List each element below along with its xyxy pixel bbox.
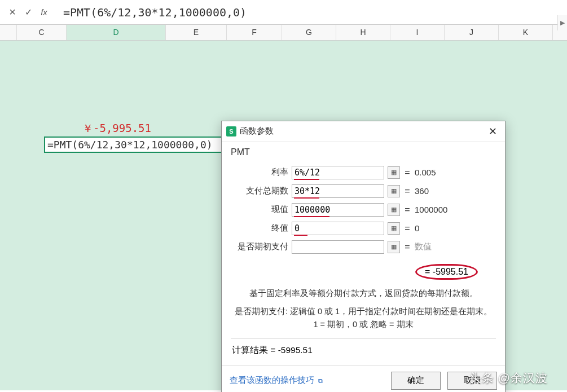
cancel-icon[interactable]: × [6, 6, 19, 19]
argument-row: 是否期初支付▦=数值 [234, 237, 496, 256]
ok-button[interactable]: 确定 [391, 372, 441, 390]
argument-label: 终值 [234, 223, 288, 234]
dialog-footer: 查看该函数的操作技巧 ⧉ 确定 取消 [222, 365, 505, 392]
argument-input[interactable] [292, 166, 384, 179]
equals-sign: = [403, 168, 411, 178]
argument-row: 利率▦=0.005 [234, 163, 496, 182]
argument-input[interactable] [292, 240, 384, 254]
spreadsheet-grid[interactable]: ￥-5,995.51 =PMT(6%/12,30*12,1000000,0) S… [0, 41, 567, 390]
argument-input[interactable] [292, 184, 384, 198]
argument-evaluated: 数值 [415, 241, 432, 252]
scroll-right-icon[interactable]: ▶ [557, 15, 567, 30]
cell-editing[interactable]: =PMT(6%/12,30*12,1000000,0) [44, 136, 225, 153]
column-header[interactable]: C [17, 25, 67, 40]
accept-icon[interactable]: ✓ [21, 7, 35, 17]
argument-label: 现值 [234, 204, 288, 215]
column-header[interactable]: F [227, 25, 282, 40]
column-header[interactable]: K [499, 25, 553, 40]
calc-value: -5995.51 [278, 345, 313, 355]
function-arguments-dialog: S 函数参数 ✕ PMT 利率▦=0.005支付总期数▦=360现值▦=1000… [221, 121, 506, 392]
external-icon: ⧉ [318, 377, 323, 384]
range-selector-icon[interactable]: ▦ [388, 241, 400, 253]
help-text: 查看该函数的操作技巧 [230, 376, 314, 385]
function-name: PMT [231, 147, 496, 157]
calc-label: 计算结果 = [232, 345, 275, 355]
function-description: 基于固定利率及等额分期付款方式，返回贷款的每期付款额。 [231, 283, 496, 305]
argument-row: 支付总期数▦=360 [234, 182, 496, 200]
argument-evaluated: 0.005 [415, 168, 436, 177]
column-header[interactable]: G [282, 25, 336, 40]
app-logo-icon: S [226, 126, 236, 136]
formula-bar: × ✓ fx [0, 0, 567, 25]
close-icon[interactable]: ✕ [485, 125, 500, 138]
fx-icon[interactable]: fx [37, 7, 51, 17]
column-header[interactable]: I [390, 25, 445, 40]
equals-sign: = [403, 242, 411, 252]
argument-row: 终值▦=0 [234, 219, 496, 237]
range-selector-icon[interactable]: ▦ [388, 166, 400, 179]
preview-value: = -5995.51 [415, 264, 478, 280]
column-header-selected[interactable]: D [67, 25, 166, 40]
equals-sign: = [403, 186, 411, 196]
argument-label: 是否期初支付 [234, 241, 288, 252]
dialog-title: 函数参数 [240, 126, 485, 136]
argument-description: 是否期初支付: 逻辑值 0 或 1，用于指定付款时间在期初还是在期末。1 = 期… [231, 305, 496, 338]
column-headers: C D E F G H I J K [0, 25, 567, 41]
range-selector-icon[interactable]: ▦ [388, 204, 400, 216]
argument-evaluated: 0 [415, 223, 419, 233]
argument-input[interactable] [292, 203, 384, 217]
formula-input[interactable] [63, 6, 567, 19]
red-underline-annotation [294, 235, 307, 236]
red-underline-annotation [294, 197, 319, 199]
column-header[interactable]: H [336, 25, 390, 40]
equals-sign: = [403, 223, 411, 234]
help-link[interactable]: 查看该函数的操作技巧 ⧉ [230, 375, 384, 386]
argument-evaluated: 1000000 [415, 205, 447, 214]
range-selector-icon[interactable]: ▦ [388, 222, 400, 235]
argument-label: 利率 [234, 167, 288, 178]
watermark: 头条 @余汉波 [469, 370, 548, 386]
argument-list: 利率▦=0.005支付总期数▦=360现值▦=1000000终值▦=0是否期初支… [234, 163, 496, 256]
row-header-spacer [0, 25, 17, 40]
argument-input[interactable] [292, 222, 384, 235]
red-underline-annotation [294, 216, 329, 217]
cell-result: ￥-5,995.51 [67, 121, 151, 136]
preview-result: = -5995.51 [231, 261, 496, 283]
argument-evaluated: 360 [415, 186, 429, 196]
range-selector-icon[interactable]: ▦ [388, 185, 400, 197]
dialog-titlebar[interactable]: S 函数参数 ✕ [222, 121, 505, 142]
equals-sign: = [403, 205, 411, 215]
calc-result: 计算结果 = -5995.51 [231, 338, 496, 362]
argument-label: 支付总期数 [234, 186, 288, 196]
argument-row: 现值▦=1000000 [234, 200, 496, 219]
red-underline-annotation [294, 179, 319, 180]
column-header[interactable]: E [166, 25, 227, 40]
cell-editing-text: =PMT(6%/12,30*12,1000000,0) [47, 139, 213, 151]
column-header[interactable]: J [445, 25, 499, 40]
